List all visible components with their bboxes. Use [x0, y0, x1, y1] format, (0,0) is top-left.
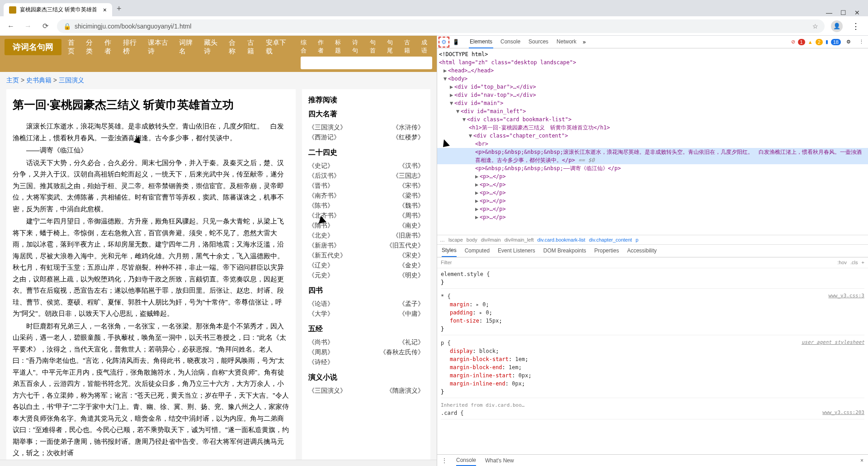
search-category[interactable]: 诗句 — [352, 38, 363, 55]
nav-item[interactable]: 排行榜 — [123, 38, 142, 56]
dom-crumb[interactable]: lscape — [448, 237, 463, 243]
book-link[interactable]: 《宋书》 — [399, 182, 424, 190]
nav-item[interactable]: 课本古诗 — [148, 38, 174, 56]
book-link[interactable]: 《尚书》 — [308, 338, 334, 347]
book-link[interactable]: 《北史》 — [308, 232, 334, 240]
book-link[interactable]: 《晋书》 — [308, 182, 334, 190]
styles-tab[interactable]: DOM Breakpoints — [543, 245, 586, 257]
book-link[interactable]: 《孟子》 — [399, 300, 424, 308]
breadcrumb-category[interactable]: 史书典籍 — [26, 76, 52, 84]
horizontal-scrollbar[interactable] — [0, 460, 437, 466]
dom-crumb[interactable]: p — [636, 237, 638, 243]
book-link[interactable]: 《周书》 — [399, 212, 424, 220]
book-link[interactable]: 《陈书》 — [308, 202, 334, 210]
nav-item[interactable]: 藏头诗 — [204, 38, 223, 56]
tab-close-icon[interactable]: × — [103, 6, 107, 14]
dom-breadcrumb[interactable]: …lscapebodydiv#maindiv#main_leftdiv.card… — [437, 235, 868, 245]
selected-dom-node[interactable]: ⋯ <p>&nbsp;&nbsp;&nbsp;&nbsp;滚滚长江东逝水，浪花淘… — [437, 148, 868, 164]
bookmark-star-icon[interactable]: ☆ — [812, 23, 818, 30]
book-link[interactable]: 《魏书》 — [399, 202, 424, 210]
add-rule-button[interactable]: + — [862, 260, 864, 265]
devtools-tab[interactable]: Elements — [469, 36, 493, 48]
search-category[interactable]: 综合 — [301, 38, 311, 55]
hov-toggle[interactable]: :hov — [837, 260, 847, 265]
devtools-tab[interactable]: Console — [500, 36, 521, 48]
book-link[interactable]: 《后汉书》 — [308, 172, 340, 180]
devtools-tab[interactable]: Network — [556, 36, 577, 48]
nav-item[interactable]: 安卓下载 — [266, 38, 292, 56]
nav-item[interactable]: 首页 — [68, 38, 81, 56]
book-link[interactable]: 《礼记》 — [399, 338, 424, 347]
device-toolbar-button[interactable]: 📱 — [451, 37, 461, 47]
nav-item[interactable]: 合称 — [229, 38, 242, 56]
search-category[interactable]: 作者 — [318, 38, 329, 55]
book-link[interactable]: 《西游记》 — [308, 133, 340, 142]
inspect-element-button[interactable]: ⯐ — [439, 37, 449, 47]
search-input[interactable] — [301, 57, 432, 69]
elements-tree[interactable]: <!DOCTYPE html> <html lang="zh" class="d… — [437, 48, 868, 235]
styles-tab[interactable]: Computed — [465, 245, 490, 257]
info-count[interactable]: 18 — [831, 39, 841, 45]
search-category[interactable]: 标题 — [335, 38, 346, 55]
book-link[interactable]: 《南史》 — [399, 222, 424, 230]
book-link[interactable]: 《北齐书》 — [308, 212, 340, 220]
styles-tab[interactable]: Event Listeners — [498, 245, 535, 257]
address-bar[interactable]: 🔒 shicimingju.com/book/sanguoyanyi/1.htm… — [57, 19, 825, 33]
book-link[interactable]: 《诗经》 — [308, 358, 334, 366]
book-link[interactable]: 《周易》 — [308, 348, 334, 357]
search-category[interactable]: 成语 — [421, 38, 432, 55]
book-link[interactable]: 《大学》 — [308, 310, 334, 318]
reload-button[interactable]: ⟳ — [40, 21, 51, 32]
error-count[interactable]: 1 — [798, 39, 805, 45]
book-link[interactable]: 《汉书》 — [399, 162, 424, 170]
styles-tab[interactable]: Accessibility — [627, 245, 656, 257]
book-link[interactable]: 《新唐书》 — [308, 242, 340, 250]
book-link[interactable]: 《旧五代史》 — [386, 242, 424, 250]
book-link[interactable]: 《辽史》 — [308, 262, 334, 270]
book-link[interactable]: 《梁书》 — [399, 192, 424, 200]
user-avatar[interactable]: 👤 — [831, 20, 843, 32]
dom-crumb[interactable]: div#main — [481, 237, 501, 243]
search-category[interactable]: 古籍 — [404, 38, 415, 55]
dom-crumb[interactable]: body — [467, 237, 477, 243]
site-logo[interactable]: 诗词名句网 — [5, 39, 61, 55]
warning-count[interactable]: 2 — [816, 39, 823, 45]
nav-item[interactable]: 作者 — [104, 38, 118, 56]
book-link[interactable]: 《隋唐演义》 — [386, 387, 424, 395]
styles-tab[interactable]: Properties — [594, 245, 619, 257]
nav-item[interactable]: 古籍 — [247, 38, 260, 56]
console-drawer-tab[interactable]: Console — [456, 455, 476, 466]
search-category[interactable]: 句首 — [370, 38, 381, 55]
more-tabs-button[interactable]: » — [583, 39, 586, 45]
book-link[interactable]: 《隋书》 — [308, 222, 334, 230]
maximize-button[interactable]: ☐ — [840, 9, 846, 16]
book-link[interactable]: 《水浒传》 — [392, 124, 424, 132]
book-link[interactable]: 《中庸》 — [399, 310, 424, 318]
devtools-settings-icon[interactable]: ⚙ — [844, 37, 854, 47]
book-link[interactable]: 《宋史》 — [399, 252, 424, 260]
book-link[interactable]: 《论语》 — [308, 300, 334, 308]
book-link[interactable]: 《三国演义》 — [308, 387, 346, 395]
breadcrumb-home[interactable]: 主页 — [6, 76, 19, 84]
book-link[interactable]: 《南齐书》 — [308, 192, 340, 200]
devtools-tab[interactable]: Sources — [528, 36, 549, 48]
book-link[interactable]: 《红楼梦》 — [392, 133, 424, 142]
browser-tab[interactable]: 宴桃园豪杰三结义 斩黄巾英雄首 × — [4, 3, 112, 16]
close-drawer-button[interactable]: × — [860, 457, 863, 464]
dom-crumb[interactable]: div.chapter_content — [589, 237, 632, 243]
dom-crumb[interactable]: div.card.bookmark-list — [538, 237, 585, 243]
search-category[interactable]: 句尾 — [387, 38, 398, 55]
breadcrumb-book[interactable]: 三国演义 — [59, 76, 84, 84]
book-link[interactable]: 《春秋左氏传》 — [380, 348, 424, 357]
book-link[interactable]: 《旧唐书》 — [392, 232, 424, 240]
minimize-button[interactable]: — — [826, 9, 832, 16]
nav-item[interactable]: 词牌名 — [179, 38, 198, 56]
console-drawer-menu[interactable]: ⋮ — [442, 457, 447, 464]
styles-filter[interactable]: Filter — [441, 260, 452, 265]
book-link[interactable]: 《新五代史》 — [308, 252, 346, 260]
book-link[interactable]: 《金史》 — [399, 262, 424, 270]
book-link[interactable]: 《三国志》 — [392, 172, 424, 180]
nav-item[interactable]: 分类 — [86, 38, 99, 56]
devtools-menu-icon[interactable]: ⋮ — [856, 37, 866, 47]
book-link[interactable]: 《史记》 — [308, 162, 334, 170]
